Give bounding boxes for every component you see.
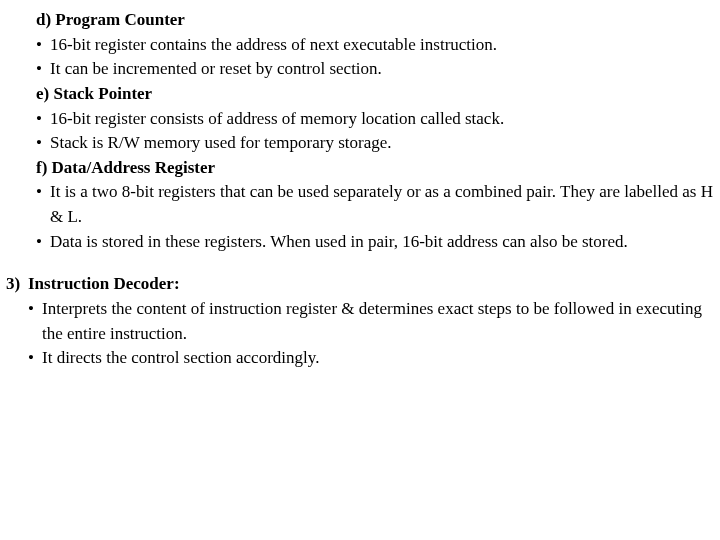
bullet-dot-icon: • (28, 297, 42, 346)
bullet-item: • 16-bit register consists of address of… (6, 107, 714, 132)
bullet-text: Interprets the content of instruction re… (42, 297, 714, 346)
section-f: f) Data/Address Register (6, 156, 714, 181)
bullet-dot-icon: • (28, 346, 42, 371)
heading-program-counter: d) Program Counter (36, 8, 714, 33)
list-number: 3) (6, 272, 28, 297)
bullet-item: • It is a two 8-bit registers that can b… (6, 180, 714, 229)
bullet-text: 16-bit register contains the address of … (50, 33, 714, 58)
heading-stack-pointer: e) Stack Pointer (36, 82, 714, 107)
document-page: d) Program Counter • 16-bit register con… (0, 0, 720, 371)
bullet-item: • Data is stored in these registers. Whe… (6, 230, 714, 255)
bullet-text: It can be incremented or reset by contro… (50, 57, 714, 82)
bullet-text: Data is stored in these registers. When … (50, 230, 714, 255)
bullet-item: • It directs the control section accordi… (6, 346, 714, 371)
bullet-dot-icon: • (36, 180, 50, 229)
bullet-dot-icon: • (36, 230, 50, 255)
bullet-text: 16-bit register consists of address of m… (50, 107, 714, 132)
bullet-text: It directs the control section according… (42, 346, 714, 371)
bullet-dot-icon: • (36, 131, 50, 156)
heading-data-address-register: f) Data/Address Register (36, 156, 714, 181)
bullet-item: • Stack is R/W memory used for temporary… (6, 131, 714, 156)
section-d: d) Program Counter (6, 8, 714, 33)
bullet-text: Stack is R/W memory used for temporary s… (50, 131, 714, 156)
heading-instruction-decoder: Instruction Decoder: (28, 272, 714, 297)
spacer (6, 254, 714, 272)
bullet-text: It is a two 8-bit registers that can be … (50, 180, 714, 229)
bullet-item: • 16-bit register contains the address o… (6, 33, 714, 58)
bullet-dot-icon: • (36, 57, 50, 82)
bullet-item: • It can be incremented or reset by cont… (6, 57, 714, 82)
bullet-item: • Interprets the content of instruction … (6, 297, 714, 346)
section-e: e) Stack Pointer (6, 82, 714, 107)
bullet-dot-icon: • (36, 107, 50, 132)
bullet-dot-icon: • (36, 33, 50, 58)
section-3: 3) Instruction Decoder: (6, 272, 714, 297)
